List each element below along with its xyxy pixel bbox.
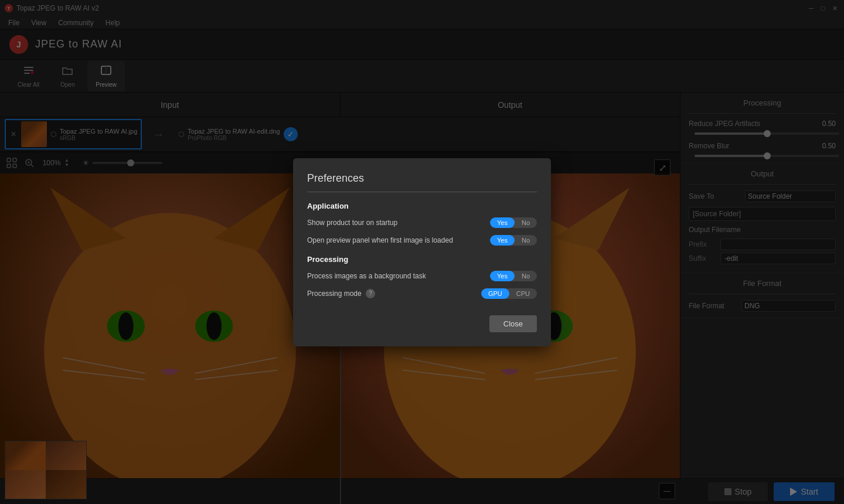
background-label: Process images as a background task [307,272,426,280]
mode-row: Processing mode ? GPU CPU [307,288,537,299]
tour-yes-option[interactable]: Yes [490,217,515,228]
modal-divider [307,192,537,192]
tour-no-option[interactable]: No [515,217,537,228]
mode-label: Processing mode ? [307,289,375,298]
background-yes-option[interactable]: Yes [490,271,515,281]
modal-title: Preferences [307,172,537,185]
preview-pref-row: Open preview panel when first image is l… [307,235,537,246]
mode-cpu-option[interactable]: CPU [509,288,537,299]
modal-close-button[interactable]: Close [489,315,537,332]
background-no-option[interactable]: No [515,271,537,281]
mode-gpu-option[interactable]: GPU [481,288,509,299]
modal-overlay[interactable]: Preferences Application Show product tou… [0,0,844,504]
preview-yes-option[interactable]: Yes [490,235,515,246]
preferences-modal: Preferences Application Show product tou… [293,158,551,346]
preview-pref-label: Open preview panel when first image is l… [307,236,453,244]
help-icon[interactable]: ? [366,289,375,298]
background-row: Process images as a background task Yes … [307,271,537,281]
background-toggle[interactable]: Yes No [490,271,537,281]
mode-toggle[interactable]: GPU CPU [481,288,537,299]
tour-label: Show product tour on startup [307,219,397,227]
preview-no-option[interactable]: No [515,235,537,246]
app-section-title: Application [307,202,537,210]
tour-toggle[interactable]: Yes No [490,217,537,228]
preview-toggle[interactable]: Yes No [490,235,537,246]
processing-pref-section-title: Processing [307,255,537,264]
tour-row: Show product tour on startup Yes No [307,217,537,228]
